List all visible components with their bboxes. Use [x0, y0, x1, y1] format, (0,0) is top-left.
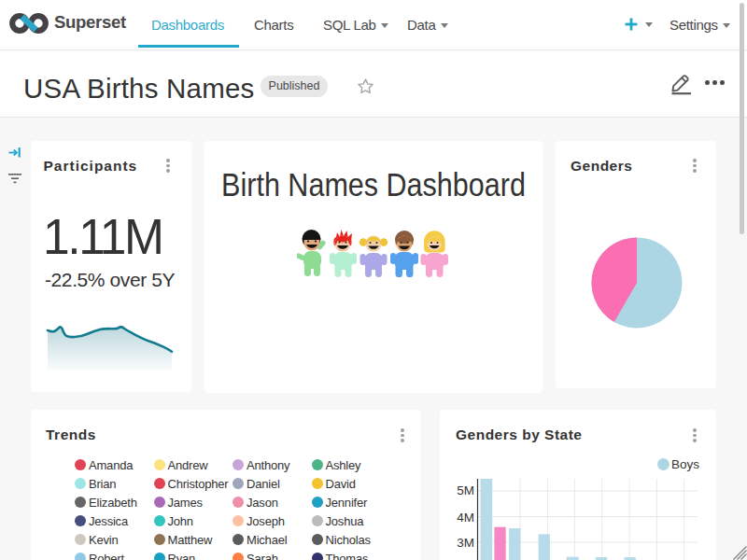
svg-text:5M: 5M: [457, 483, 474, 497]
svg-text:3M: 3M: [457, 536, 474, 550]
svg-text:4M: 4M: [457, 511, 474, 525]
